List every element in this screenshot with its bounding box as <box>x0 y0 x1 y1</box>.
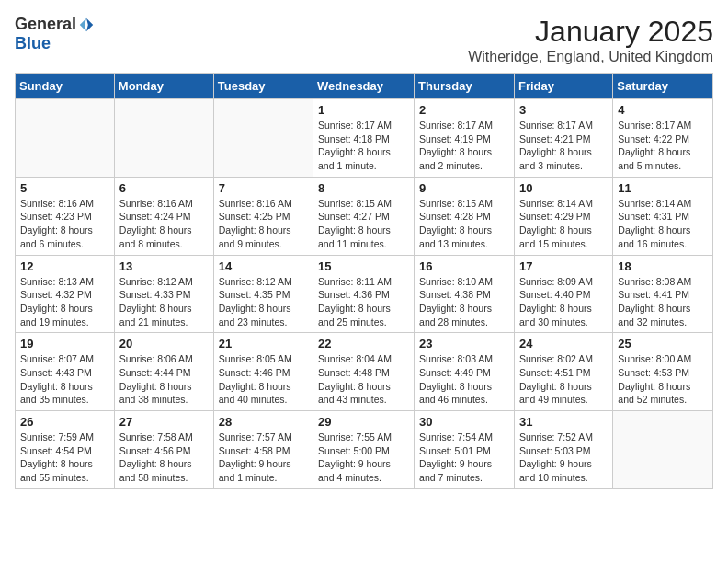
day-number: 30 <box>419 415 509 429</box>
day-content: Sunrise: 8:14 AMSunset: 4:31 PMDaylight:… <box>618 197 708 251</box>
day-number: 12 <box>20 259 109 273</box>
day-number: 26 <box>20 415 109 429</box>
day-cell: 21Sunrise: 8:05 AMSunset: 4:46 PMDayligh… <box>213 333 313 411</box>
day-cell: 10Sunrise: 8:14 AMSunset: 4:29 PMDayligh… <box>514 177 612 255</box>
weekday-header-monday: Monday <box>114 74 213 99</box>
week-row-1: 1Sunrise: 8:17 AMSunset: 4:18 PMDaylight… <box>16 99 713 178</box>
day-content: Sunrise: 8:16 AMSunset: 4:25 PMDaylight:… <box>219 197 308 251</box>
day-number: 16 <box>419 259 509 273</box>
day-number: 23 <box>419 337 509 350</box>
day-number: 14 <box>219 259 308 273</box>
day-cell: 3Sunrise: 8:17 AMSunset: 4:21 PMDaylight… <box>514 99 612 178</box>
day-number: 2 <box>419 103 509 117</box>
day-number: 11 <box>618 181 708 195</box>
day-cell: 28Sunrise: 7:57 AMSunset: 4:58 PMDayligh… <box>213 411 313 489</box>
weekday-header-friday: Friday <box>514 74 612 99</box>
day-number: 5 <box>20 181 109 195</box>
day-cell: 30Sunrise: 7:54 AMSunset: 5:01 PMDayligh… <box>415 411 515 489</box>
day-content: Sunrise: 7:59 AMSunset: 4:54 PMDaylight:… <box>20 431 109 485</box>
day-number: 6 <box>119 181 209 195</box>
day-content: Sunrise: 7:55 AMSunset: 5:00 PMDaylight:… <box>318 431 409 485</box>
day-number: 17 <box>519 259 608 273</box>
day-number: 22 <box>318 337 409 350</box>
day-number: 13 <box>119 259 209 273</box>
day-content: Sunrise: 7:54 AMSunset: 5:01 PMDaylight:… <box>419 431 509 485</box>
day-cell: 17Sunrise: 8:09 AMSunset: 4:40 PMDayligh… <box>514 255 612 333</box>
day-cell: 2Sunrise: 8:17 AMSunset: 4:19 PMDaylight… <box>415 99 515 178</box>
day-content: Sunrise: 8:16 AMSunset: 4:23 PMDaylight:… <box>20 197 109 251</box>
day-cell: 12Sunrise: 8:13 AMSunset: 4:32 PMDayligh… <box>16 255 115 333</box>
day-content: Sunrise: 8:17 AMSunset: 4:22 PMDaylight:… <box>618 119 708 173</box>
day-cell: 20Sunrise: 8:06 AMSunset: 4:44 PMDayligh… <box>114 333 213 411</box>
title-section: January 2025 Witheridge, England, United… <box>468 15 713 65</box>
day-cell: 7Sunrise: 8:16 AMSunset: 4:25 PMDaylight… <box>213 177 313 255</box>
day-content: Sunrise: 8:12 AMSunset: 4:33 PMDaylight:… <box>119 275 209 329</box>
day-number: 24 <box>519 337 608 350</box>
weekday-header-sunday: Sunday <box>16 74 115 99</box>
day-number: 28 <box>219 415 308 429</box>
day-number: 19 <box>20 337 109 350</box>
day-number: 25 <box>618 337 708 350</box>
day-number: 15 <box>318 259 409 273</box>
day-cell: 1Sunrise: 8:17 AMSunset: 4:18 PMDaylight… <box>313 99 415 178</box>
day-cell: 6Sunrise: 8:16 AMSunset: 4:24 PMDaylight… <box>114 177 213 255</box>
day-cell: 26Sunrise: 7:59 AMSunset: 4:54 PMDayligh… <box>16 411 115 489</box>
day-cell: 31Sunrise: 7:52 AMSunset: 5:03 PMDayligh… <box>514 411 612 489</box>
day-number: 18 <box>618 259 708 273</box>
day-cell: 25Sunrise: 8:00 AMSunset: 4:53 PMDayligh… <box>613 333 713 411</box>
week-row-3: 12Sunrise: 8:13 AMSunset: 4:32 PMDayligh… <box>16 255 713 333</box>
day-number: 21 <box>219 337 308 350</box>
day-content: Sunrise: 8:16 AMSunset: 4:24 PMDaylight:… <box>119 197 209 251</box>
day-content: Sunrise: 8:02 AMSunset: 4:51 PMDaylight:… <box>519 352 608 407</box>
svg-marker-0 <box>86 17 93 30</box>
day-content: Sunrise: 8:04 AMSunset: 4:48 PMDaylight:… <box>318 352 409 407</box>
day-cell: 11Sunrise: 8:14 AMSunset: 4:31 PMDayligh… <box>613 177 713 255</box>
day-content: Sunrise: 8:11 AMSunset: 4:36 PMDaylight:… <box>318 275 409 329</box>
day-cell: 4Sunrise: 8:17 AMSunset: 4:22 PMDaylight… <box>613 99 713 178</box>
week-row-2: 5Sunrise: 8:16 AMSunset: 4:23 PMDaylight… <box>16 177 713 255</box>
week-row-5: 26Sunrise: 7:59 AMSunset: 4:54 PMDayligh… <box>16 411 713 489</box>
day-content: Sunrise: 8:08 AMSunset: 4:41 PMDaylight:… <box>618 275 708 329</box>
day-cell: 23Sunrise: 8:03 AMSunset: 4:49 PMDayligh… <box>415 333 515 411</box>
day-content: Sunrise: 8:17 AMSunset: 4:21 PMDaylight:… <box>519 119 608 173</box>
day-cell: 22Sunrise: 8:04 AMSunset: 4:48 PMDayligh… <box>313 333 415 411</box>
day-content: Sunrise: 7:57 AMSunset: 4:58 PMDaylight:… <box>219 431 308 485</box>
day-cell <box>613 411 713 489</box>
day-content: Sunrise: 8:15 AMSunset: 4:28 PMDaylight:… <box>419 197 509 251</box>
day-content: Sunrise: 8:05 AMSunset: 4:46 PMDaylight:… <box>219 352 308 407</box>
day-number: 20 <box>119 337 209 350</box>
day-cell: 13Sunrise: 8:12 AMSunset: 4:33 PMDayligh… <box>114 255 213 333</box>
day-content: Sunrise: 8:13 AMSunset: 4:32 PMDaylight:… <box>20 275 109 329</box>
day-number: 10 <box>519 181 608 195</box>
weekday-header-saturday: Saturday <box>613 74 713 99</box>
day-cell: 18Sunrise: 8:08 AMSunset: 4:41 PMDayligh… <box>613 255 713 333</box>
day-content: Sunrise: 8:03 AMSunset: 4:49 PMDaylight:… <box>419 352 509 407</box>
day-cell: 15Sunrise: 8:11 AMSunset: 4:36 PMDayligh… <box>313 255 415 333</box>
day-cell: 8Sunrise: 8:15 AMSunset: 4:27 PMDaylight… <box>313 177 415 255</box>
day-number: 31 <box>519 415 608 429</box>
day-cell <box>213 99 313 178</box>
day-cell: 16Sunrise: 8:10 AMSunset: 4:38 PMDayligh… <box>415 255 515 333</box>
logo-general-text: General <box>15 15 76 34</box>
location: Witheridge, England, United Kingdom <box>468 49 713 65</box>
day-content: Sunrise: 8:00 AMSunset: 4:53 PMDaylight:… <box>618 352 708 407</box>
weekday-header-wednesday: Wednesday <box>313 74 415 99</box>
day-cell: 14Sunrise: 8:12 AMSunset: 4:35 PMDayligh… <box>213 255 313 333</box>
weekday-header-thursday: Thursday <box>415 74 515 99</box>
day-content: Sunrise: 7:52 AMSunset: 5:03 PMDaylight:… <box>519 431 608 485</box>
page-header: General Blue January 2025 Witheridge, En… <box>15 15 713 65</box>
day-number: 3 <box>519 103 608 117</box>
day-content: Sunrise: 8:15 AMSunset: 4:27 PMDaylight:… <box>318 197 409 251</box>
day-number: 9 <box>419 181 509 195</box>
day-number: 29 <box>318 415 409 429</box>
day-cell: 19Sunrise: 8:07 AMSunset: 4:43 PMDayligh… <box>16 333 115 411</box>
day-number: 27 <box>119 415 209 429</box>
calendar-table: SundayMondayTuesdayWednesdayThursdayFrid… <box>15 73 713 489</box>
day-content: Sunrise: 8:12 AMSunset: 4:35 PMDaylight:… <box>219 275 308 329</box>
logo-icon <box>78 17 95 33</box>
day-cell <box>16 99 115 178</box>
day-content: Sunrise: 8:17 AMSunset: 4:19 PMDaylight:… <box>419 119 509 173</box>
day-cell: 5Sunrise: 8:16 AMSunset: 4:23 PMDaylight… <box>16 177 115 255</box>
day-number: 8 <box>318 181 409 195</box>
day-content: Sunrise: 8:09 AMSunset: 4:40 PMDaylight:… <box>519 275 608 329</box>
